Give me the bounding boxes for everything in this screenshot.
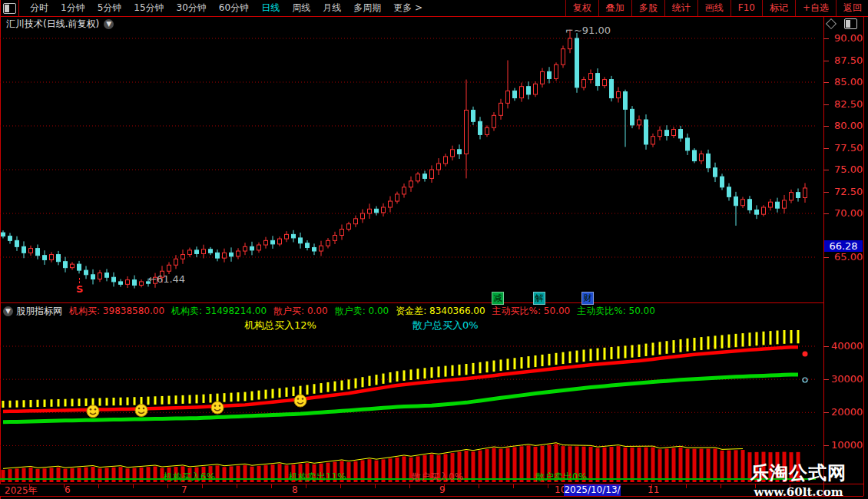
candle[interactable]: [707, 150, 711, 172]
candle[interactable]: [333, 232, 337, 244]
candle[interactable]: [292, 230, 296, 243]
candle[interactable]: [50, 252, 54, 262]
period-tab[interactable]: 5分钟: [91, 2, 128, 15]
candle[interactable]: [665, 125, 669, 140]
candle[interactable]: [278, 236, 282, 246]
candle[interactable]: [133, 276, 137, 289]
candle[interactable]: [451, 146, 455, 160]
candle[interactable]: [506, 61, 510, 109]
candle[interactable]: [368, 203, 372, 219]
candle[interactable]: [264, 237, 268, 249]
toolbar-button[interactable]: 叠加: [598, 0, 631, 16]
candle[interactable]: [8, 233, 12, 243]
candle[interactable]: [686, 134, 690, 155]
candle[interactable]: [748, 196, 752, 213]
candle[interactable]: [790, 190, 793, 203]
candle[interactable]: [527, 81, 531, 99]
candle[interactable]: [354, 216, 358, 227]
period-tab[interactable]: 1分钟: [55, 2, 91, 15]
event-badge[interactable]: 财: [581, 292, 594, 305]
event-badge[interactable]: 减: [492, 292, 504, 305]
candle[interactable]: [437, 158, 441, 175]
toolbar-button[interactable]: 返回: [836, 0, 868, 16]
candle[interactable]: [112, 273, 116, 287]
candle[interactable]: [727, 183, 731, 201]
candle[interactable]: [29, 246, 33, 256]
candle[interactable]: [105, 269, 109, 281]
candle[interactable]: [479, 117, 482, 139]
candle[interactable]: [382, 203, 386, 216]
candle[interactable]: [64, 257, 68, 273]
toolbar-button[interactable]: +自选: [795, 0, 836, 16]
candle[interactable]: [803, 183, 807, 203]
candle[interactable]: [562, 45, 565, 68]
candle[interactable]: [499, 99, 503, 120]
toolbar-button[interactable]: 复权: [565, 0, 598, 16]
diamond-icon[interactable]: [826, 18, 837, 29]
period-tab[interactable]: 更多 >: [387, 2, 429, 15]
window-layout-icon[interactable]: [3, 3, 16, 14]
candle[interactable]: [693, 148, 697, 163]
candle[interactable]: [230, 247, 234, 261]
candle[interactable]: [721, 173, 724, 190]
candle[interactable]: [43, 250, 47, 265]
candle[interactable]: [396, 192, 399, 204]
candle[interactable]: [631, 106, 634, 128]
candle[interactable]: [458, 144, 462, 159]
candle[interactable]: [271, 236, 275, 249]
period-tab[interactable]: 日线: [255, 2, 286, 15]
candle[interactable]: [320, 241, 323, 256]
candle[interactable]: [78, 261, 81, 273]
candle[interactable]: [541, 68, 545, 88]
candle[interactable]: [15, 236, 19, 251]
candle[interactable]: [257, 243, 261, 253]
period-tab[interactable]: 多周期: [347, 2, 387, 15]
candle[interactable]: [285, 231, 289, 242]
candle[interactable]: [202, 245, 206, 259]
toolbar-button[interactable]: 画线: [697, 0, 731, 16]
candle[interactable]: [223, 249, 227, 263]
candle[interactable]: [22, 241, 26, 258]
candle[interactable]: [71, 262, 75, 269]
indicator-chart[interactable]: [0, 330, 823, 484]
candle[interactable]: [617, 87, 621, 102]
candle[interactable]: [430, 165, 434, 183]
candle[interactable]: [755, 205, 759, 219]
candle[interactable]: [700, 150, 704, 164]
window-split-icon[interactable]: [844, 18, 857, 29]
candle[interactable]: [472, 107, 475, 125]
candle[interactable]: [575, 33, 579, 93]
candle[interactable]: [126, 276, 130, 288]
candle[interactable]: [375, 207, 379, 216]
candle[interactable]: [2, 230, 5, 238]
period-tab[interactable]: 30分钟: [171, 2, 213, 15]
candle[interactable]: [589, 69, 593, 83]
candle[interactable]: [555, 62, 558, 81]
period-tab[interactable]: 周线: [286, 2, 316, 15]
candle[interactable]: [776, 198, 780, 213]
candle[interactable]: [423, 170, 427, 181]
candle[interactable]: [167, 262, 171, 274]
chevron-down-icon[interactable]: ▼: [104, 19, 114, 29]
period-tab[interactable]: 60分钟: [213, 2, 255, 15]
candle[interactable]: [783, 195, 787, 213]
candle[interactable]: [409, 177, 413, 192]
candle[interactable]: [389, 197, 393, 213]
candle[interactable]: [209, 247, 213, 255]
candle[interactable]: [216, 250, 220, 261]
candle[interactable]: [485, 125, 489, 137]
candle[interactable]: [624, 90, 628, 147]
candle[interactable]: [444, 154, 448, 167]
candle[interactable]: [119, 279, 123, 287]
candle[interactable]: [513, 88, 517, 101]
candle[interactable]: [734, 192, 738, 226]
toolbar-button[interactable]: 标记: [762, 0, 795, 16]
timeline[interactable]: 2025年67891011: [0, 484, 823, 496]
candle[interactable]: [340, 224, 344, 240]
candle[interactable]: [714, 163, 717, 182]
candle[interactable]: [299, 233, 303, 249]
indicator-chevron-icon[interactable]: ▼: [3, 306, 13, 316]
candle[interactable]: [326, 238, 330, 248]
candle[interactable]: [403, 183, 406, 197]
candle[interactable]: [347, 222, 351, 232]
